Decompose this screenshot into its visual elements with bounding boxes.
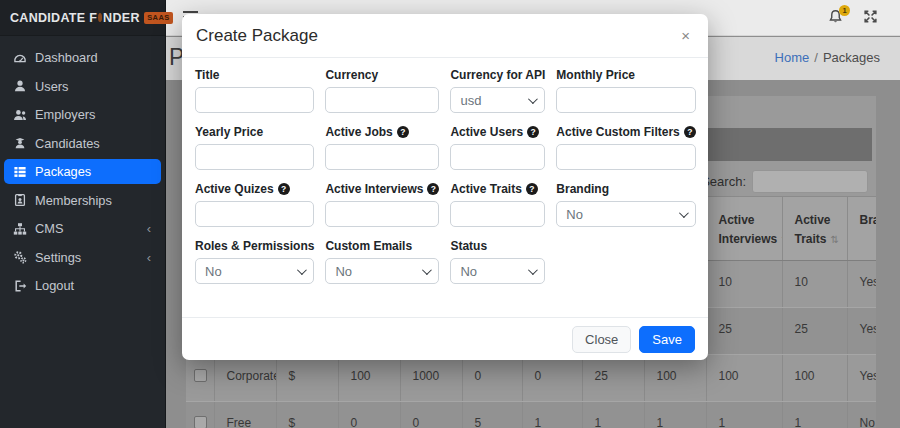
table-cell: 100 xyxy=(782,355,847,402)
select-value: No xyxy=(460,264,477,279)
modal-footer: Close Save xyxy=(182,317,708,360)
title-input[interactable] xyxy=(195,87,314,113)
active-jobs-input[interactable] xyxy=(325,144,439,170)
breadcrumb-home-link[interactable]: Home xyxy=(775,50,810,65)
help-icon[interactable]: ? xyxy=(397,126,409,138)
notification-badge: 1 xyxy=(839,5,850,16)
sort-icon[interactable]: ⇅ xyxy=(831,234,839,245)
search-input[interactable] xyxy=(752,170,868,193)
chevron-down-icon xyxy=(528,94,538,104)
help-icon[interactable]: ? xyxy=(278,183,290,195)
close-button[interactable]: Close xyxy=(572,326,631,353)
table-cell: Yes xyxy=(847,308,876,355)
app-root: CANDIDATE FNDER SAAS DashboardUsersEmplo… xyxy=(0,0,900,428)
active-users-input[interactable] xyxy=(450,144,545,170)
branding-select[interactable]: No xyxy=(556,201,695,227)
field-branding: BrandingNo xyxy=(556,182,695,227)
sidebar-item-label: Users xyxy=(35,79,68,94)
packages-icon xyxy=(12,165,27,179)
table-cell: 25 xyxy=(706,308,782,355)
field-label: Custom Emails xyxy=(325,239,412,253)
row-checkbox[interactable] xyxy=(194,369,207,382)
table-cell: 100 xyxy=(706,355,782,402)
table-cell: Yes xyxy=(847,261,876,308)
table-cell: 1 xyxy=(782,402,847,428)
field-title: Title xyxy=(195,68,314,113)
logout-icon xyxy=(12,279,27,293)
field-active-jobs: Active Jobs? xyxy=(325,125,439,170)
select-value: usd xyxy=(460,93,481,108)
sidebar-item-packages[interactable]: Packages xyxy=(4,159,161,184)
active-interviews-input[interactable] xyxy=(325,201,439,227)
modal-header: Create Package × xyxy=(182,14,708,58)
table-cell: 10 xyxy=(706,261,782,308)
logo-o-icon xyxy=(98,13,102,22)
sidebar-item-candidates[interactable]: Candidates xyxy=(4,131,161,156)
roles-permissions-select[interactable]: No xyxy=(195,258,314,284)
status-select[interactable]: No xyxy=(450,258,545,284)
field-status: StatusNo xyxy=(450,239,545,284)
app-logo[interactable]: CANDIDATE FNDER SAAS xyxy=(0,0,165,36)
table-cell: 0 xyxy=(522,355,582,402)
chevron-down-icon xyxy=(528,265,538,275)
active-quizes-input[interactable] xyxy=(195,201,314,227)
sidebar-item-settings[interactable]: Settings‹ xyxy=(4,245,161,270)
help-icon[interactable]: ? xyxy=(527,126,539,138)
field-active-traits: Active Traits? xyxy=(450,182,545,227)
table-cell: No xyxy=(847,402,876,428)
active-traits-input[interactable] xyxy=(450,201,545,227)
table-row: Corporate$10010000025100100100Yes xyxy=(186,355,876,402)
fullscreen-icon[interactable] xyxy=(863,9,878,28)
field-label: Active Custom Filters xyxy=(556,125,679,139)
field-label: Currency for API xyxy=(450,68,545,82)
row-checkbox[interactable] xyxy=(194,416,207,428)
currency-for-api-select[interactable]: usd xyxy=(450,87,545,113)
save-button[interactable]: Save xyxy=(639,326,695,353)
active-custom-filters-input[interactable] xyxy=(556,144,695,170)
table-cell: 1 xyxy=(582,402,644,428)
sidebar-item-employers[interactable]: Employers xyxy=(4,102,161,127)
field-label: Currency xyxy=(325,68,378,82)
dashboard-icon xyxy=(12,51,27,65)
help-icon[interactable]: ? xyxy=(526,183,538,195)
chevron-down-icon xyxy=(297,265,307,275)
monthly-price-input[interactable] xyxy=(556,87,695,113)
sidebar-item-dashboard[interactable]: Dashboard xyxy=(4,45,161,70)
field-label: Monthly Price xyxy=(556,68,635,82)
sidebar-item-label: Logout xyxy=(35,278,74,293)
table-cell: 0 xyxy=(338,402,400,428)
notifications-button[interactable]: 1 xyxy=(828,9,843,28)
breadcrumb-current: Packages xyxy=(823,50,880,65)
currency-input[interactable] xyxy=(325,87,439,113)
close-icon[interactable]: × xyxy=(677,26,694,45)
field-custom-emails: Custom EmailsNo xyxy=(325,239,439,284)
field-label: Title xyxy=(195,68,219,82)
field-label: Active Jobs xyxy=(325,125,392,139)
breadcrumb: Home/Packages xyxy=(775,50,880,65)
candidates-icon xyxy=(12,136,27,150)
table-header-active-interviews[interactable]: Active Interviews⇅ xyxy=(706,197,782,261)
field-active-custom-filters: Active Custom Filters? xyxy=(556,125,695,170)
settings-icon xyxy=(12,250,27,264)
table-cell: 25 xyxy=(582,355,644,402)
select-value: No xyxy=(205,264,222,279)
sidebar-item-logout[interactable]: Logout xyxy=(4,273,161,298)
table-cell: 25 xyxy=(782,308,847,355)
help-icon[interactable]: ? xyxy=(684,126,696,138)
sidebar-item-memberships[interactable]: Memberships xyxy=(4,188,161,213)
sidebar-item-label: Settings xyxy=(35,250,81,265)
chevron-down-icon xyxy=(422,265,432,275)
field-label: Active Traits xyxy=(450,182,521,196)
custom-emails-select[interactable]: No xyxy=(325,258,439,284)
table-cell: 1000 xyxy=(400,355,462,402)
select-value: No xyxy=(566,207,583,222)
sidebar-item-users[interactable]: Users xyxy=(4,74,161,99)
sidebar-nav: DashboardUsersEmployersCandidatesPackage… xyxy=(0,36,165,311)
table-header-active-traits[interactable]: Active Traits⇅ xyxy=(782,197,847,261)
sidebar-item-cms[interactable]: CMS‹ xyxy=(4,216,161,241)
help-icon[interactable]: ? xyxy=(427,183,439,195)
logo-text-right: NDER xyxy=(103,11,140,25)
yearly-price-input[interactable] xyxy=(195,144,314,170)
field-currency: Currency xyxy=(325,68,439,113)
field-active-users: Active Users? xyxy=(450,125,545,170)
